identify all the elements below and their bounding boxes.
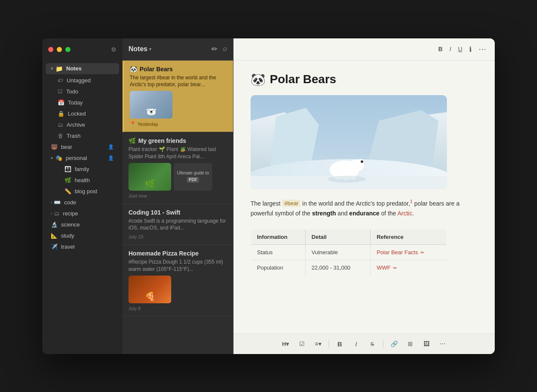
italic-button[interactable]: I bbox=[349, 337, 363, 351]
arctic-link[interactable]: Arctic bbox=[397, 210, 412, 217]
link-button[interactable]: 🔗 bbox=[387, 337, 401, 351]
science-icon: 🔬 bbox=[51, 221, 58, 228]
sidebar-item-study[interactable]: 📐 study bbox=[46, 230, 119, 241]
personal-icon: 🎭 bbox=[55, 155, 62, 161]
sidebar-group-personal[interactable]: ▾ 🎭 personal 👤 bbox=[46, 153, 119, 163]
sidebar-group-recipe[interactable]: › 🗂 recipe bbox=[46, 208, 119, 219]
sidebar-item-health[interactable]: 🌿 health bbox=[46, 175, 119, 186]
toolbar-more-button[interactable]: ⋯ bbox=[477, 44, 488, 55]
sidebar-item-trash[interactable]: 🗑 Trash bbox=[46, 131, 119, 141]
editor-top-toolbar: B I U ℹ ⋯ bbox=[233, 38, 495, 61]
bold-button[interactable]: B bbox=[333, 337, 347, 351]
family-icon: 👨‍👩‍👧 bbox=[64, 166, 71, 172]
strikethrough-icon: S̶ bbox=[371, 341, 374, 347]
note-item-polar-bears[interactable]: 🐼 Polar Bears The largest #bear in the w… bbox=[123, 61, 233, 133]
sidebar-bear-label: bear bbox=[61, 144, 72, 150]
note-table: Information Detail Reference Status Vuln… bbox=[251, 229, 447, 276]
sidebar-item-blog-post[interactable]: ✏️ blog post bbox=[46, 186, 119, 197]
minimize-button[interactable] bbox=[57, 47, 62, 52]
note-pizza-preview: #Recipe Pizza Dough 1 1/2 cups (355 ml) … bbox=[128, 258, 227, 273]
table-icon: ⊞ bbox=[408, 340, 413, 347]
more-icon: ⋯ bbox=[440, 340, 446, 347]
sidebar-locked-label: Locked bbox=[68, 110, 86, 117]
sidebar-item-family[interactable]: 👨‍👩‍👧 family bbox=[46, 164, 119, 174]
sidebar-archive-label: Archive bbox=[67, 122, 85, 128]
table-row: Status Vulnerable Polar Bear Facts ✏ bbox=[251, 244, 447, 260]
notes-list-title[interactable]: Notes ▾ bbox=[128, 45, 211, 53]
sidebar-item-science[interactable]: 🔬 science bbox=[46, 219, 119, 230]
notes-list-chevron-icon: ▾ bbox=[149, 46, 152, 52]
search-button[interactable]: ⌕ bbox=[223, 44, 227, 54]
link-icon: ✏ bbox=[420, 250, 424, 255]
svg-point-10 bbox=[361, 160, 363, 163]
wwf-link[interactable]: WWF ✏ bbox=[376, 264, 397, 271]
health-icon: 🌿 bbox=[64, 177, 71, 183]
toolbar-italic-button[interactable]: I bbox=[448, 45, 453, 53]
sidebar-science-label: science bbox=[61, 221, 80, 228]
chevron-right-icon: › bbox=[51, 200, 52, 205]
sidebar: ⚙ ▾ 📁 Notes 🏷 Untagged ☑ Todo 📅 Today bbox=[42, 38, 123, 354]
heading-icon: H▾ bbox=[282, 341, 289, 347]
checkbox-button[interactable]: ☑ bbox=[295, 337, 309, 351]
sidebar-item-todo[interactable]: ☑ Todo bbox=[46, 86, 119, 97]
table-button[interactable]: ⊞ bbox=[403, 337, 417, 351]
note-item-green-friends[interactable]: 🌿 My green friends Plant tracker 🌱 Plant… bbox=[123, 132, 233, 204]
toolbar-bold-button[interactable]: B bbox=[437, 45, 444, 53]
note-body-text: The largest #bear in the world and the A… bbox=[251, 197, 478, 219]
note-pizza-date: July 8 bbox=[128, 306, 227, 311]
image-button[interactable]: 🖼 bbox=[419, 337, 434, 351]
maximize-button[interactable] bbox=[65, 47, 70, 52]
toolbar-underline-button[interactable]: U bbox=[456, 45, 464, 53]
notes-list-items: 🐼 Polar Bears The largest #bear in the w… bbox=[123, 61, 233, 354]
sidebar-recipe-label: recipe bbox=[63, 210, 78, 217]
sidebar-notes-section[interactable]: ▾ 📁 Notes bbox=[46, 63, 119, 74]
sidebar-trash-label: Trash bbox=[67, 133, 81, 139]
note-item-coding[interactable]: Coding 101 - Swift #code Swift is a prog… bbox=[123, 204, 233, 245]
note-polar-bears-title: 🐼 Polar Bears bbox=[130, 66, 227, 73]
polar-bear-svg bbox=[251, 95, 447, 189]
sidebar-todo-label: Todo bbox=[66, 88, 78, 95]
table-header-information: Information bbox=[251, 229, 306, 244]
sidebar-item-today[interactable]: 📅 Today bbox=[46, 97, 119, 108]
editor-content[interactable]: 🐼 Polar Bears bbox=[233, 61, 495, 334]
close-button[interactable] bbox=[48, 47, 53, 52]
new-note-button[interactable]: ✏ bbox=[211, 44, 218, 54]
trash-icon: 🗑 bbox=[58, 133, 63, 139]
sidebar-untagged-label: Untagged bbox=[67, 77, 90, 84]
sidebar-personal-label: personal bbox=[66, 155, 87, 161]
sidebar-item-travel[interactable]: ✈️ travel bbox=[46, 241, 119, 252]
sidebar-group-code[interactable]: › ⌨️ code bbox=[46, 197, 119, 208]
table-header-reference: Reference bbox=[371, 229, 447, 244]
strength-text: strength bbox=[312, 210, 336, 217]
italic-icon: I bbox=[355, 340, 357, 348]
strikethrough-button[interactable]: S̶ bbox=[365, 337, 379, 351]
note-pizza-title: Homemade Pizza Recipe bbox=[128, 250, 227, 257]
study-icon: 📐 bbox=[51, 232, 58, 239]
notes-folder-icon: 📁 bbox=[55, 65, 63, 72]
heading-button[interactable]: H▾ bbox=[278, 337, 293, 351]
calendar-icon: 📅 bbox=[58, 99, 64, 106]
table-header-detail: Detail bbox=[305, 229, 371, 244]
table-cell-pop-info: Population bbox=[251, 260, 306, 275]
table-row: Population 22,000 - 31,000 WWF ✏ bbox=[251, 260, 447, 275]
bear-icon: 🐻 bbox=[51, 144, 58, 150]
note-green-friends-title: 🌿 My green friends bbox=[128, 137, 227, 144]
chevron-down-icon: ▾ bbox=[51, 66, 53, 71]
sidebar-item-locked[interactable]: 🔒 Locked bbox=[46, 108, 119, 119]
sidebar-group-bear[interactable]: 🐻 bear 👤 bbox=[46, 142, 119, 152]
sidebar-item-archive[interactable]: 🗂 Archive bbox=[46, 119, 119, 130]
travel-icon: ✈️ bbox=[51, 244, 58, 250]
blog-icon: ✏️ bbox=[64, 188, 71, 195]
list-button[interactable]: ≡▾ bbox=[311, 337, 325, 351]
pizza-thumbnail bbox=[128, 276, 171, 303]
sidebar-today-label: Today bbox=[68, 99, 83, 106]
note-item-pizza[interactable]: Homemade Pizza Recipe #Recipe Pizza Doug… bbox=[123, 245, 233, 317]
checkbox-icon: ☑ bbox=[299, 340, 305, 347]
sidebar-item-untagged[interactable]: 🏷 Untagged bbox=[46, 75, 119, 86]
sidebar-toggle-icon[interactable]: ⚙ bbox=[111, 46, 117, 53]
toolbar-info-button[interactable]: ℹ bbox=[467, 44, 473, 54]
pdf-title: Ultimate guide to bbox=[175, 171, 210, 175]
more-button[interactable]: ⋯ bbox=[435, 337, 450, 351]
polar-bear-facts-link[interactable]: Polar Bear Facts ✏ bbox=[376, 249, 424, 256]
list-icon: ≡▾ bbox=[315, 340, 321, 347]
